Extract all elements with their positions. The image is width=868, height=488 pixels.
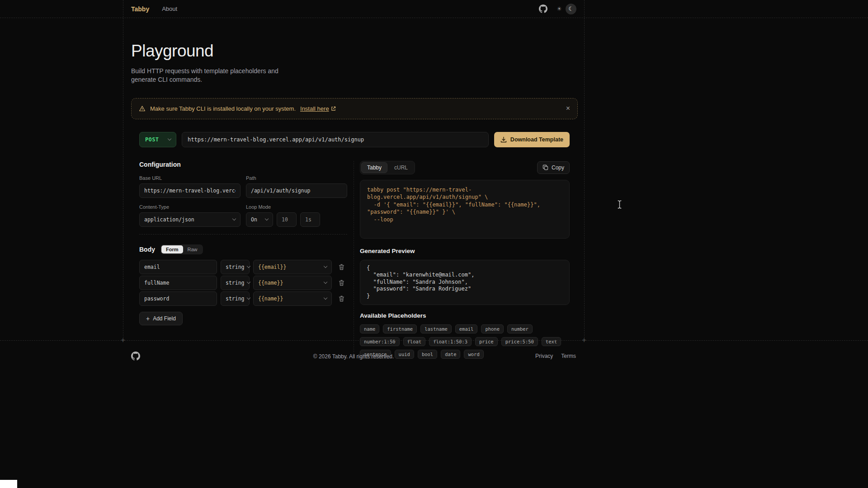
field-type-value: string <box>226 264 245 270</box>
loop-count-input[interactable] <box>277 212 297 227</box>
add-field-button[interactable]: + Add Field <box>139 312 183 325</box>
field-type-select[interactable]: string <box>221 260 250 274</box>
footer-link-privacy[interactable]: Privacy <box>535 353 553 359</box>
placeholder-chip[interactable]: email <box>455 324 478 333</box>
sun-icon[interactable]: ☀ <box>554 4 565 14</box>
copy-icon <box>542 164 548 170</box>
chevron-down-icon <box>168 137 171 141</box>
loop-interval-input[interactable] <box>300 212 320 227</box>
github-link[interactable] <box>539 5 547 13</box>
placeholder-chip[interactable]: firstname <box>383 324 417 333</box>
path-input[interactable] <box>246 183 347 198</box>
theme-toggle[interactable]: ☀ ☾ <box>554 4 576 14</box>
field-value-select[interactable]: {{name}} <box>253 276 332 290</box>
banner-text: Make sure Tabby CLI is installed locally… <box>150 105 296 112</box>
screen-artifact <box>0 480 17 488</box>
body-field-row: string {{email}} <box>139 260 347 274</box>
content-type-select[interactable]: application/json <box>139 212 241 227</box>
loop-mode-label: Loop Mode <box>246 204 347 210</box>
field-value-select[interactable]: {{email}} <box>253 260 332 274</box>
tab-form[interactable]: Form <box>161 245 183 253</box>
command-code-block[interactable]: tabby post "https://mern-travel-blog.ver… <box>360 180 570 239</box>
field-value-select[interactable]: {{name}} <box>253 291 332 306</box>
trash-icon <box>339 296 344 302</box>
copy-label: Copy <box>552 164 564 171</box>
delete-field-button[interactable] <box>335 277 347 289</box>
field-key-input[interactable] <box>139 260 217 274</box>
tab-raw[interactable]: Raw <box>183 245 202 253</box>
delete-field-button[interactable] <box>335 293 347 305</box>
download-template-button[interactable]: Download Template <box>494 132 570 147</box>
path-label: Path <box>246 175 347 181</box>
copy-button[interactable]: Copy <box>537 161 570 174</box>
page-title: Playground <box>131 42 576 61</box>
field-type-select[interactable]: string <box>221 276 250 290</box>
url-input[interactable] <box>182 132 489 147</box>
playground-section: POST Download Template Configuration Bas… <box>123 119 584 359</box>
footer-link-terms[interactable]: Terms <box>561 353 576 359</box>
field-value: {{name}} <box>258 296 283 302</box>
chevron-down-icon <box>232 217 236 221</box>
field-type-value: string <box>226 280 245 286</box>
chevron-down-icon <box>324 264 327 268</box>
external-link-icon <box>331 106 336 111</box>
brand-logo[interactable]: Tabby <box>131 5 149 13</box>
configuration-heading: Configuration <box>139 161 347 168</box>
output-tabs: Tabby cURL <box>360 161 415 174</box>
chevron-down-icon <box>265 217 269 221</box>
configuration-panel: Configuration Base URL Path <box>139 161 347 325</box>
placeholder-chip[interactable]: number <box>507 324 533 333</box>
field-type-value: string <box>226 296 245 302</box>
output-panel: Tabby cURL Copy tabby post "https://mern… <box>354 161 570 359</box>
tab-curl[interactable]: cURL <box>388 162 414 173</box>
chevron-down-icon <box>246 264 250 268</box>
delete-field-button[interactable] <box>335 261 347 273</box>
placeholder-chip[interactable]: phone <box>481 324 504 333</box>
field-type-select[interactable]: string <box>221 291 250 306</box>
chevron-down-icon <box>246 296 250 300</box>
loop-mode-field: Loop Mode On <box>246 204 347 227</box>
download-icon <box>500 136 507 143</box>
install-here-link[interactable]: Install here <box>300 105 336 112</box>
grid-plus-mark: + <box>582 337 586 344</box>
section-divider <box>139 234 347 235</box>
field-key-input[interactable] <box>139 276 217 290</box>
base-url-label: Base URL <box>139 175 241 181</box>
body-mode-toggle: Form Raw <box>160 244 203 254</box>
page-subtitle: Build HTTP requests with template placeh… <box>131 67 290 84</box>
chevron-down-icon <box>246 280 250 284</box>
field-key-input[interactable] <box>139 291 217 306</box>
warning-icon <box>139 105 146 112</box>
cli-warning-banner: Make sure Tabby CLI is installed locally… <box>131 98 578 119</box>
method-value: POST <box>145 136 159 143</box>
available-placeholders-heading: Available Placeholders <box>360 312 570 319</box>
path-field: Path <box>246 175 347 198</box>
tab-tabby[interactable]: Tabby <box>361 162 387 173</box>
body-heading: Body <box>139 246 155 253</box>
grid-plus-mark: + <box>121 337 125 344</box>
loop-mode-value: On <box>251 216 257 223</box>
body-fields-list: string {{email}} <box>139 260 347 306</box>
footer: © 2026 Tabby. All rights reserved. Priva… <box>0 340 868 488</box>
download-template-label: Download Template <box>510 136 563 143</box>
banner-close-button[interactable]: × <box>566 105 570 112</box>
plus-icon: + <box>146 315 150 322</box>
body-field-row: string {{name}} <box>139 276 347 290</box>
placeholder-chip[interactable]: name <box>360 324 379 333</box>
trash-icon <box>339 280 344 286</box>
nav-link-about[interactable]: About <box>162 5 177 12</box>
copyright-text: © 2026 Tabby. All rights reserved. <box>123 353 584 360</box>
body-field-row: string {{name}} <box>139 291 347 306</box>
method-select[interactable]: POST <box>139 132 176 147</box>
github-icon <box>131 352 140 361</box>
base-url-input[interactable] <box>139 183 241 198</box>
top-nav: Tabby About ☀ ☾ <box>0 0 868 18</box>
preview-code-block[interactable]: { "email": "karenwhite@mail.com", "fullN… <box>360 260 570 305</box>
install-here-label: Install here <box>300 105 329 112</box>
loop-mode-select[interactable]: On <box>246 212 273 227</box>
footer-github-link[interactable] <box>131 352 140 361</box>
moon-icon[interactable]: ☾ <box>566 4 576 14</box>
placeholder-chip[interactable]: lastname <box>420 324 452 333</box>
chevron-down-icon <box>324 280 327 284</box>
text-cursor <box>617 200 623 211</box>
